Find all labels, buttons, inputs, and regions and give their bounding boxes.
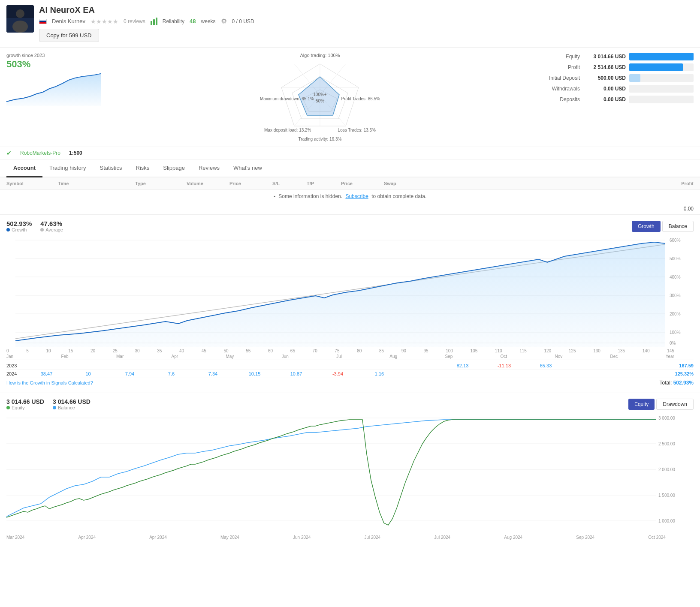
- growth-chart-svg: 600% 500% 400% 300% 200% 100% 0%: [6, 236, 694, 347]
- svg-text:500%: 500%: [670, 256, 681, 261]
- avg-stat-value: 47.63%: [40, 220, 63, 227]
- verified-icon: ✔: [6, 150, 12, 156]
- leverage-value: 1:500: [69, 150, 82, 156]
- growth-stat-label: Growth: [12, 227, 27, 232]
- col-sl: S/L: [272, 181, 307, 186]
- mini-chart: [6, 72, 101, 106]
- profit-label: Profit: [535, 64, 584, 70]
- star-rating: ★★★★★: [91, 18, 118, 25]
- table-header: Symbol Time Type Volume Price S/L T/P Pr…: [0, 177, 700, 190]
- avatar: [6, 5, 34, 33]
- reliability-label: Reliability: [163, 18, 184, 24]
- withdrawals-label: Withdrawals: [535, 86, 584, 92]
- tab-reviews[interactable]: Reviews: [192, 159, 226, 177]
- svg-text:400%: 400%: [670, 275, 681, 279]
- deposits-label: Deposits: [535, 96, 584, 102]
- header-info: AI NeuroX EA Denis Kurnev ★★★★★ 0 review…: [39, 5, 694, 42]
- equity-section: Equity 3 014.66 USD Profit 2 514.66 USD …: [535, 53, 694, 106]
- deposit-label: Initial Deposit: [535, 75, 584, 81]
- profit-total-value: 0.00: [684, 206, 694, 212]
- hidden-message2: to obtain complete data.: [371, 193, 426, 199]
- svg-text:3 000.00: 3 000.00: [658, 416, 675, 421]
- weeks-label: weeks: [201, 18, 216, 24]
- how-link[interactable]: How is the Growth in Signals Calculated?: [6, 380, 93, 385]
- deposits-value: 0.00 USD: [584, 96, 629, 102]
- hidden-icon: ▪: [274, 193, 275, 199]
- stats-row: growth since 2023 503% Algo trading: 100…: [0, 48, 700, 147]
- mini-chart-section: growth since 2023 503%: [6, 53, 105, 107]
- col-profit: Profit: [427, 181, 694, 186]
- algo-trading-label: Algo trading: 100%: [300, 53, 340, 58]
- tab-account[interactable]: Account: [6, 159, 42, 177]
- profit-value: 2 514.66 USD: [584, 64, 629, 70]
- month-labels: Jan Feb Mar Apr May Jun Jul Aug Sep Oct …: [6, 353, 674, 360]
- copy-button[interactable]: Copy for 599 USD: [39, 29, 99, 42]
- tab-slippage[interactable]: Slippage: [156, 159, 192, 177]
- author-name: Denis Kurnev: [52, 18, 85, 24]
- svg-text:300%: 300%: [670, 293, 681, 298]
- withdrawals-value: 0.00 USD: [584, 86, 629, 92]
- growth-btn[interactable]: Growth: [632, 221, 661, 232]
- reviews-count: 0 reviews: [124, 18, 145, 24]
- max-drawdown-label: Maximum drawdown: 65.1%: [260, 96, 314, 101]
- svg-text:2 000.00: 2 000.00: [658, 467, 675, 472]
- hidden-info: ▪ Some information is hidden. Subscribe …: [0, 190, 700, 203]
- growth-since-label: growth since 2023: [6, 53, 105, 58]
- equity-label: Equity: [535, 54, 584, 60]
- equity-chart-label1: Equity: [12, 405, 25, 410]
- equity-row-equity: Equity 3 014.66 USD: [535, 53, 694, 60]
- max-deposit-load-label: Max deposit load: 13.2%: [264, 128, 311, 132]
- svg-rect-3: [6, 5, 34, 18]
- svg-text:1 000.00: 1 000.00: [658, 519, 675, 523]
- header: AI NeuroX EA Denis Kurnev ★★★★★ 0 review…: [0, 0, 700, 48]
- tab-trading-history[interactable]: Trading history: [42, 159, 93, 177]
- profit-trades-label: Profit Trades: 86.5%: [341, 96, 380, 101]
- balance-value: 0 / 0 USD: [232, 18, 254, 24]
- tab-whats-new[interactable]: What's new: [226, 159, 269, 177]
- svg-text:0%: 0%: [670, 341, 676, 346]
- equity-chart-label2: Balance: [58, 405, 75, 410]
- avg-stat-label: Average: [45, 227, 63, 232]
- col-volume: Volume: [187, 181, 229, 186]
- svg-point-2: [12, 21, 28, 33]
- col-time: Time: [58, 181, 135, 186]
- tab-statistics[interactable]: Statistics: [93, 159, 129, 177]
- growth-value: 503%: [6, 59, 105, 70]
- svg-text:200%: 200%: [670, 312, 681, 316]
- equity-chart-svg: 3 000.00 2 500.00 2 000.00 1 500.00 1 00…: [6, 414, 676, 534]
- x-axis-numbers: 0510152025303540455055606570758085909510…: [6, 347, 674, 353]
- equity-btn[interactable]: Equity: [628, 399, 655, 410]
- deposit-value: 500.00 USD: [584, 75, 629, 81]
- hidden-message: Some information is hidden.: [278, 193, 342, 199]
- svg-text:2 500.00: 2 500.00: [658, 442, 675, 446]
- tab-risks[interactable]: Risks: [129, 159, 157, 177]
- chart-toggle-buttons: Growth Balance: [632, 221, 694, 232]
- equity-row-profit: Profit 2 514.66 USD: [535, 63, 694, 71]
- svg-text:600%: 600%: [670, 238, 681, 243]
- tabs-bar: Account Trading history Statistics Risks…: [0, 159, 700, 177]
- growth-stat-value: 502.93%: [6, 220, 32, 227]
- broker-link[interactable]: RoboMarkets-Pro: [20, 150, 60, 156]
- equity-row-withdrawals: Withdrawals 0.00 USD: [535, 85, 694, 93]
- broker-row: ✔ RoboMarkets-Pro 1:500: [0, 147, 700, 159]
- total-row: Total: 502.93%: [660, 380, 694, 386]
- svg-text:50%: 50%: [316, 99, 324, 103]
- equity-chart-value1: 3 014.66 USD: [6, 398, 44, 405]
- equity-chart-section: 3 014.66 USD Equity 3 014.66 USD Balance…: [0, 393, 700, 546]
- subscribe-link[interactable]: Subscribe: [345, 193, 368, 199]
- svg-text:100%+: 100%+: [313, 92, 327, 97]
- col-tp: T/P: [307, 181, 341, 186]
- balance-btn[interactable]: Balance: [662, 221, 694, 232]
- equity-row-deposit: Initial Deposit 500.00 USD: [535, 74, 694, 82]
- col-symbol: Symbol: [6, 181, 58, 186]
- year-rows: 2023 82.13 -11.13 65.33 167.59 2024 38.4…: [6, 360, 694, 378]
- equity-chart-value2: 3 014.66 USD: [53, 398, 91, 405]
- col-price: Price: [229, 181, 272, 186]
- balance-icon: ⚙: [221, 17, 227, 25]
- header-title: AI NeuroX EA: [39, 5, 694, 15]
- drawdown-btn[interactable]: Drawdown: [656, 399, 694, 410]
- svg-text:100%: 100%: [670, 330, 681, 335]
- reliability-icon: [151, 18, 157, 25]
- col-type: Type: [135, 181, 187, 186]
- year-row-2024: 2024 38.47 10 7.94 7.6 7.34 10.15 10.87 …: [6, 370, 694, 378]
